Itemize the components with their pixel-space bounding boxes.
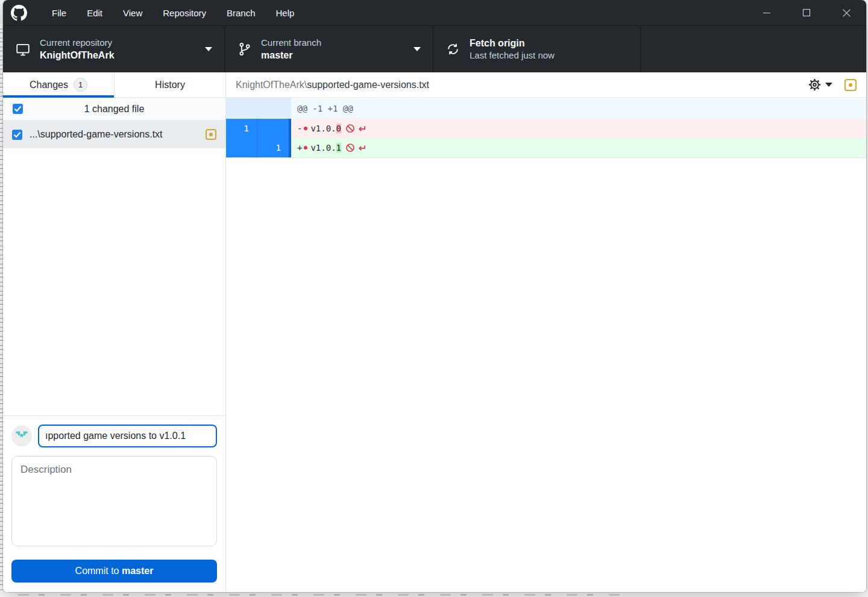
file-include-checkbox[interactable] <box>12 130 22 140</box>
check-icon <box>14 106 22 112</box>
chevron-down-icon <box>825 83 832 87</box>
tab-history-label: History <box>155 80 185 90</box>
diff-line-text: v1.0. <box>310 143 336 153</box>
current-repository-value: KnightOfTheArk <box>40 49 115 62</box>
repository-icon <box>15 42 31 57</box>
close-icon <box>842 8 851 17</box>
changes-count-badge: 1 <box>74 78 87 92</box>
current-repository-label: Current repository <box>40 37 115 49</box>
changes-list-header: 1 changed file <box>3 98 225 121</box>
fetch-origin-subtitle: Last fetched just now <box>470 49 555 62</box>
hunk-header-row: @@ -1 +1 @@ <box>226 98 866 119</box>
carriage-return-icon <box>357 124 366 133</box>
diff-changed-char: 1 <box>336 143 341 153</box>
diff-sign: - <box>297 124 302 133</box>
current-branch-dropdown[interactable]: Current branch master <box>225 26 433 72</box>
window-controls <box>747 0 866 25</box>
menu-branch[interactable]: Branch <box>216 0 266 25</box>
menu-file[interactable]: File <box>42 0 77 25</box>
maximize-button[interactable] <box>787 0 826 25</box>
main-area: Changes 1 History 1 changed file <box>3 72 866 592</box>
tab-changes[interactable]: Changes 1 <box>3 72 115 97</box>
menu-bar: File Edit View Repository Branch Help <box>42 0 304 25</box>
no-newline-icon <box>345 143 355 153</box>
maximize-icon <box>802 8 811 17</box>
current-branch-label: Current branch <box>261 37 321 49</box>
changed-file-row[interactable]: ...\supported-game-versions.txt <box>3 121 225 148</box>
new-line-number[interactable]: 1 <box>257 138 289 157</box>
commit-button-branch: master <box>122 566 153 576</box>
diff-pane: KnightOfTheArk\supported-game-versions.t… <box>226 72 866 592</box>
close-button[interactable] <box>826 0 866 25</box>
old-line-gutter <box>226 98 257 119</box>
chevron-down-icon <box>205 47 212 51</box>
minimize-button[interactable] <box>747 0 787 25</box>
modified-status-icon <box>206 129 216 140</box>
commit-button[interactable]: Commit to master <box>11 560 217 583</box>
gear-icon <box>808 78 822 92</box>
sidebar-tabs: Changes 1 History <box>3 72 225 98</box>
fetch-origin-title: Fetch origin <box>470 37 555 50</box>
old-line-number[interactable] <box>226 138 257 157</box>
diff-options-button[interactable] <box>808 78 832 92</box>
commit-description-input[interactable] <box>11 456 217 546</box>
diff-sign: + <box>297 143 302 153</box>
tab-changes-label: Changes <box>30 80 68 90</box>
changed-files-summary: 1 changed file <box>3 104 225 115</box>
diff-line-text: v1.0. <box>310 124 336 133</box>
identicon-avatar-icon <box>11 426 32 446</box>
current-repository-dropdown[interactable]: Current repository KnightOfTheArk <box>3 26 225 72</box>
tab-history[interactable]: History <box>115 72 225 97</box>
fetch-origin-button[interactable]: Fetch origin Last fetched just now <box>433 26 641 72</box>
menu-view[interactable]: View <box>113 0 153 25</box>
titlebar: File Edit View Repository Branch Help <box>3 0 866 25</box>
diff-empty-area <box>226 158 866 592</box>
whitespace-dot-icon <box>304 146 307 150</box>
menu-edit[interactable]: Edit <box>77 0 113 25</box>
github-desktop-window: File Edit View Repository Branch Help <box>3 0 866 592</box>
commit-form: Commit to master <box>3 415 225 592</box>
current-branch-value: master <box>261 49 321 62</box>
modified-status-icon <box>844 79 857 91</box>
check-icon <box>13 131 21 138</box>
diff-removed-row: 1 - v1.0. 0 <box>226 119 866 138</box>
menu-help[interactable]: Help <box>266 0 305 25</box>
changed-file-name: ...\supported-game-versions.txt <box>30 129 206 140</box>
select-all-checkbox[interactable] <box>13 104 23 114</box>
new-line-gutter <box>257 98 289 119</box>
no-newline-icon <box>345 124 355 133</box>
diff-path-prefix: KnightOfTheArk\ <box>236 80 307 90</box>
diff-file-name: supported-game-versions.txt <box>307 80 429 90</box>
diff-changed-char: 0 <box>336 124 341 133</box>
minimize-icon <box>763 8 771 17</box>
whitespace-dot-icon <box>304 127 307 130</box>
sidebar: Changes 1 History 1 changed file <box>3 72 226 592</box>
github-logo-icon <box>11 5 27 21</box>
diff-table: @@ -1 +1 @@ 1 - v1.0. 0 <box>226 98 866 158</box>
toolbar: Current repository KnightOfTheArk Curren… <box>3 25 866 72</box>
carriage-return-icon <box>357 144 366 153</box>
commit-button-label: Commit to <box>75 566 122 576</box>
commit-summary-input[interactable] <box>38 425 217 447</box>
sync-icon <box>445 42 461 57</box>
new-line-number[interactable] <box>257 119 289 138</box>
menu-repository[interactable]: Repository <box>153 0 216 25</box>
avatar <box>11 426 32 446</box>
diff-file-header: KnightOfTheArk\supported-game-versions.t… <box>226 72 866 98</box>
git-branch-icon <box>237 42 252 57</box>
diff-added-row: 1 + v1.0. 1 <box>226 138 866 157</box>
background-window-strip <box>0 592 868 597</box>
hunk-header-text: @@ -1 +1 @@ <box>291 98 866 119</box>
old-line-number[interactable]: 1 <box>226 119 257 138</box>
desktop: File Edit View Repository Branch Help <box>0 0 868 597</box>
diff-file-path: KnightOfTheArk\supported-game-versions.t… <box>236 80 429 90</box>
chevron-down-icon <box>414 47 421 51</box>
changes-list-empty-area <box>3 148 225 415</box>
